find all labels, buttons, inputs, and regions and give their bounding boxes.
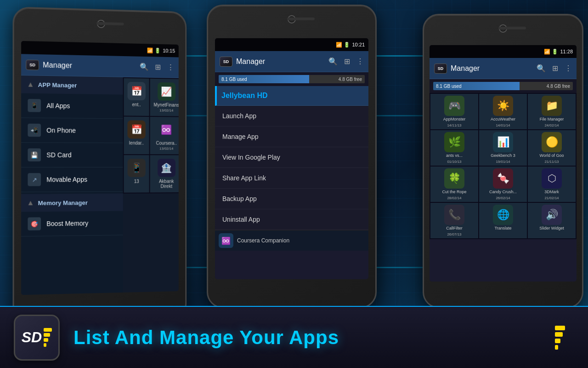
banner-title: List And Manage Your Apps [74,327,339,349]
context-menu-launch[interactable]: Launch App [215,106,368,126]
right-status-time: 11:28 [560,49,573,54]
right-app-name-2: File Manager [540,117,564,121]
right-app-name-0: AppMonster [443,117,466,121]
right-app-cell-3[interactable]: 🌿 ants vs... 01/10/13 [430,130,478,166]
left-phone-power [185,81,187,104]
right-grid-icon[interactable]: ⊞ [552,64,558,73]
right-app-cell-6[interactable]: 🍀 Cut the Rope 28/02/14 [430,167,478,202]
right-app-title: Manager [451,64,533,73]
left-phone-content: ▲ APP Manager 📱 All Apps 📲 On Phone 💾 SD… [21,75,179,295]
sidebar-item-on-phone[interactable]: 📲 On Phone [21,118,123,143]
right-app-name-10: Translate [494,226,511,230]
context-menu-uninstall[interactable]: Uninstall App [215,209,368,230]
right-status-icons: 📶 🔋 [544,49,558,55]
context-menu-google-play[interactable]: View In Google Play [215,147,368,168]
sd-logo-bars [44,328,52,347]
right-app-cell-5[interactable]: 🟡 World of Goo 21/11/13 [528,130,576,166]
right-app-icon-9: 📞 [444,205,464,225]
center-storage-free: 4.8 GB free [339,77,362,82]
app-cell-6[interactable]: 🏦 Akbank Direkt [150,155,179,192]
right-app-cell-11[interactable]: 🔊 Slider Widget [528,203,576,238]
right-app-date-4: 19/01/14 [496,160,510,164]
right-app-date-7: 26/02/14 [496,196,510,200]
right-app-name-7: Candy Crush... [489,190,517,194]
right-storage-track: 8.1 GB used 4.8 GB free [433,82,573,90]
all-apps-icon: 📱 [28,99,41,112]
center-menu-icon[interactable]: ⋮ [356,57,364,66]
right-search-icon[interactable]: 🔍 [537,64,546,73]
app-icon-5: 📱 [127,159,145,177]
right-app-cell-8[interactable]: ⬡ 3DMark 21/02/14 [528,167,576,202]
center-status-time: 10:21 [352,42,365,47]
sd-logo: SD [14,315,60,361]
context-menu-share[interactable]: Share App Link [215,168,368,189]
right-app-cell-2[interactable]: 📁 File Manager 24/02/14 [528,94,576,129]
center-bottom-app: ♾️ Coursera Companion [215,230,368,251]
app-cell-4[interactable]: ♾️ Coursera.. 13/02/14 [150,117,179,154]
right-app-cell-4[interactable]: 📊 Geekbench 3 19/01/14 [479,130,527,166]
bottom-banner: SD List And Manage Your Apps [0,306,588,368]
sidebar-item-all-apps[interactable]: 📱 All Apps [21,93,123,119]
right-app-logo: SD [434,63,447,74]
coursera-label: Coursera Companion [237,237,289,244]
sidebar-item-movable[interactable]: ↗ Movable Apps [21,167,123,192]
right-app-icon-8: ⬡ [542,168,562,189]
center-header-icons: 🔍 ⊞ ⋮ [328,57,364,66]
app-name-4: Coursera.. [153,141,178,146]
context-menu-backup[interactable]: Backup App [215,189,368,209]
sidebar-app-manager-header: ▲ APP Manager [21,75,123,95]
app-cell-1[interactable]: 📅 ent.. [124,78,149,116]
center-app-logo: SD [220,57,232,67]
right-app-date-6: 28/02/14 [447,196,461,200]
right-menu-icon[interactable]: ⋮ [565,64,572,73]
sidebar-item-sd-card[interactable]: 💾 SD Card [21,143,123,167]
right-app-name-1: AccuWeather [491,117,515,121]
movable-icon: ↗ [28,173,41,186]
right-app-icon-3: 🌿 [444,132,464,152]
app-name-2: MynetFinans [153,102,178,108]
right-app-icon-11: 🔊 [542,205,562,225]
sd-logo-text: SD [22,329,42,346]
center-status-icons: 📶 🔋 [336,42,350,48]
right-app-grid: 🎮 AppMonster 14/11/13 ☀️ AccuWeather 14/… [430,93,577,239]
center-app-title: Manager [236,58,325,66]
left-search-icon[interactable]: 🔍 [140,63,149,71]
left-status-time: 10:15 [163,48,175,53]
boost-label: Boost Memory [46,219,88,227]
sidebar-memory-header: ▲ Memory Manager [21,194,123,212]
center-storage-used: 8.1 GB used [221,77,247,82]
app-name-5: 13 [127,179,145,184]
right-app-cell-10[interactable]: 🌐 Translate [479,203,527,238]
center-phone-vol-up [207,61,208,84]
right-app-icon-0: 🎮 [444,96,464,116]
left-sidebar: ▲ APP Manager 📱 All Apps 📲 On Phone 💾 SD… [21,75,123,295]
left-menu-icon[interactable]: ⋮ [167,63,175,72]
right-app-cell-9[interactable]: 📞 CallFilter 26/07/13 [430,203,478,238]
left-grid-icon[interactable]: ⊞ [155,63,161,71]
app-icon-1: 📅 [127,82,145,100]
right-app-date-5: 21/11/13 [544,160,559,164]
app-cell-5[interactable]: 📱 13 [124,155,149,193]
sidebar-item-boost[interactable]: 🎯 Boost Memory [21,211,123,237]
context-menu-manage[interactable]: Manage App [215,126,368,147]
left-phone-screen: 📶 🔋 10:15 SD Manager 🔍 ⊞ ⋮ ▲ APP Manager [21,41,179,295]
right-app-name-6: Cut the Rope [442,190,466,194]
center-search-icon[interactable]: 🔍 [328,57,338,66]
right-app-name-9: CallFilter [446,226,463,230]
all-apps-label: All Apps [46,102,70,110]
app-name-1: ent.. [127,102,145,107]
right-app-cell-0[interactable]: 🎮 AppMonster 14/11/13 [430,94,478,129]
app-icon-4: ♾️ [158,121,175,139]
sd-bars-right [555,326,574,350]
center-grid-icon[interactable]: ⊞ [344,57,350,66]
right-app-cell-1[interactable]: ☀️ AccuWeather 14/01/14 [479,94,527,129]
app-icon-3: 📅 [127,120,145,138]
sd-card-label: SD Card [46,151,71,159]
app-icon-6: 🏦 [158,159,175,177]
right-app-icon-10: 🌐 [493,205,513,225]
right-status-bar: 📶 🔋 11:28 [430,45,577,58]
app-cell-2[interactable]: 📈 MynetFinans 13/02/14 [150,79,179,116]
app-cell-3[interactable]: 📅 lendar.. [124,116,149,154]
right-app-date-8: 21/02/14 [544,196,559,200]
right-app-cell-7[interactable]: 🍬 Candy Crush... 26/02/14 [479,167,527,202]
